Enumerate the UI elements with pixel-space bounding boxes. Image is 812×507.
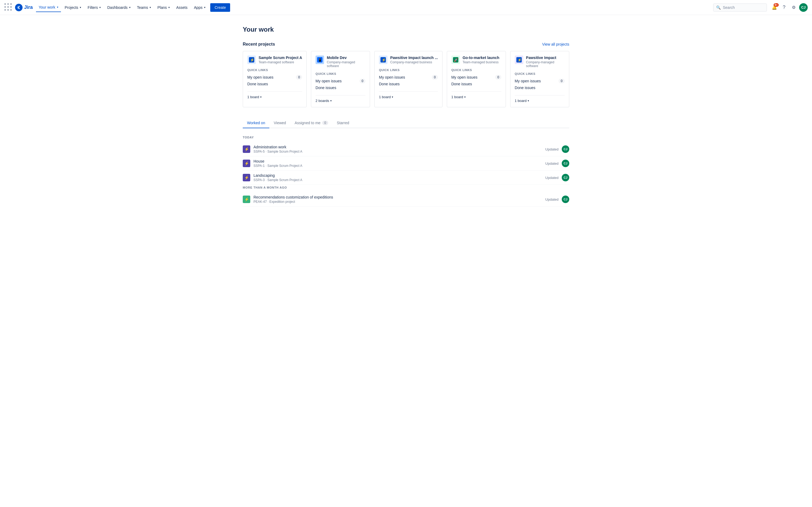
nav-projects[interactable]: Projects ▾ — [62, 3, 84, 12]
work-item-title[interactable]: House — [253, 159, 542, 163]
done-issues-link[interactable]: Done issues — [515, 84, 565, 91]
work-section: TODAY ⚡ Administration work SSPA-5 · Sam… — [243, 135, 569, 185]
work-item-avatar: CJ — [562, 195, 569, 203]
svg-text:📱: 📱 — [318, 58, 322, 62]
project-name: Sample Scrum Project A — [259, 56, 302, 60]
tab-assigned-to-me[interactable]: Assigned to me 0 — [290, 118, 333, 128]
nav-apps[interactable]: Apps ▾ — [191, 3, 208, 12]
view-all-projects-link[interactable]: View all projects — [542, 42, 569, 46]
tab-starred[interactable]: Starred — [333, 118, 353, 128]
work-item-content: House SSPA-1 · Sample Scrum Project A — [253, 159, 542, 168]
tab-worked-on[interactable]: Worked on — [243, 118, 269, 128]
settings-button[interactable]: ⚙ — [790, 3, 798, 12]
chevron-down-icon: ▾ — [260, 96, 261, 99]
page-title: Your work — [243, 26, 569, 33]
work-item-status: Updated — [545, 162, 559, 166]
work-item-title[interactable]: Landscaping — [253, 173, 542, 178]
project-card[interactable]: ⚡ Pawsitive Impact Company-managed softw… — [510, 51, 569, 107]
work-item-meta: SSPA-1 · Sample Scrum Project A — [253, 164, 542, 168]
project-card[interactable]: ⚡ Pawsitive Impact launch ... Company-ma… — [374, 51, 442, 107]
work-item[interactable]: ⚡ Recommendations customization of exped… — [243, 192, 569, 207]
quick-links-label: QUICK LINKS — [515, 72, 565, 75]
done-issues-link[interactable]: Done issues — [451, 81, 501, 87]
work-item[interactable]: ⚡ House SSPA-1 · Sample Scrum Project A … — [243, 156, 569, 171]
done-issues-link[interactable]: Done issues — [315, 84, 365, 91]
project-name: Pawsitive Impact launch ... — [390, 56, 438, 60]
my-open-issues-link[interactable]: My open issues 0 — [515, 77, 565, 84]
chevron-down-icon: ▾ — [528, 99, 529, 102]
teams-chevron-icon: ▾ — [150, 6, 151, 9]
user-avatar[interactable]: CJ — [799, 3, 808, 12]
nav-teams[interactable]: Teams ▾ — [134, 3, 154, 12]
project-icon: ⚡ — [379, 56, 388, 64]
jira-logo[interactable]: Jira — [15, 4, 33, 11]
project-name: Go-to-market launch — [463, 56, 501, 60]
nav-filters[interactable]: Filters ▾ — [85, 3, 103, 12]
jira-logo-text: Jira — [24, 5, 33, 10]
quick-links-label: QUICK LINKS — [247, 68, 302, 72]
project-type: Company-managed software — [327, 60, 365, 68]
work-item-meta: SSPA-5 · Sample Scrum Project A — [253, 150, 542, 154]
project-type: Company-managed business — [390, 60, 438, 64]
my-open-issues-link[interactable]: My open issues 0 — [247, 74, 302, 81]
project-icon: ⚡ — [515, 56, 523, 64]
project-card[interactable]: 📱 Mobile Dev Company-managed software QU… — [311, 51, 370, 107]
svg-text:⚡: ⚡ — [382, 58, 386, 62]
boards-link[interactable]: 2 boards ▾ — [315, 95, 365, 103]
work-item[interactable]: ⚡ Administration work SSPA-5 · Sample Sc… — [243, 142, 569, 156]
my-open-issues-link[interactable]: My open issues 0 — [451, 74, 501, 81]
work-item-icon: ⚡ — [243, 195, 250, 203]
work-item-content: Recommendations customization of expedit… — [253, 195, 542, 204]
create-button[interactable]: Create — [210, 3, 230, 12]
quick-links-label: QUICK LINKS — [451, 68, 501, 72]
chevron-down-icon: ▾ — [330, 99, 332, 102]
nav-plans[interactable]: Plans ▾ — [155, 3, 172, 12]
project-icon: 📱 — [315, 56, 324, 64]
work-item-status: Updated — [545, 147, 559, 151]
work-section-label: TODAY — [243, 135, 569, 140]
work-item-status: Updated — [545, 198, 559, 202]
boards-link[interactable]: 1 board ▾ — [515, 95, 565, 103]
recent-projects-section: Recent projects View all projects ⚡ Samp… — [243, 42, 569, 107]
boards-link[interactable]: 1 board ▾ — [451, 92, 501, 99]
tab-viewed[interactable]: Viewed — [269, 118, 290, 128]
work-item-content: Administration work SSPA-5 · Sample Scru… — [253, 145, 542, 154]
project-type: Company-managed software — [526, 60, 565, 68]
quick-links-label: QUICK LINKS — [315, 72, 365, 75]
nav-dashboards[interactable]: Dashboards ▾ — [104, 3, 133, 12]
nav-your-work[interactable]: Your work ▾ — [36, 3, 61, 12]
work-item-avatar: CJ — [562, 146, 569, 153]
work-section-label: MORE THAN A MONTH AGO — [243, 185, 569, 190]
boards-link[interactable]: 1 board ▾ — [379, 92, 438, 99]
filters-chevron-icon: ▾ — [99, 6, 101, 9]
work-item[interactable]: ⚡ Landscaping SSPA-3 · Sample Scrum Proj… — [243, 171, 569, 185]
project-card[interactable]: 🚀 Go-to-market launch Team-managed busin… — [447, 51, 506, 107]
my-open-issues-link[interactable]: My open issues 0 — [315, 77, 365, 84]
done-issues-link[interactable]: Done issues — [247, 81, 302, 87]
notification-badge: 9+ — [774, 3, 779, 7]
svg-text:🚀: 🚀 — [454, 58, 458, 62]
work-item-right: Updated CJ — [545, 195, 569, 203]
nav-assets[interactable]: Assets — [173, 3, 190, 12]
project-icon: 🚀 — [451, 56, 460, 64]
apps-chevron-icon: ▾ — [204, 6, 205, 9]
notifications-button[interactable]: 🔔 9+ — [770, 3, 779, 12]
help-icon: ? — [783, 5, 785, 10]
work-item-title[interactable]: Recommendations customization of expedit… — [253, 195, 542, 199]
work-item-right: Updated CJ — [545, 174, 569, 181]
my-open-issues-link[interactable]: My open issues 0 — [379, 74, 438, 81]
svg-text:⚡: ⚡ — [250, 58, 254, 62]
work-list: TODAY ⚡ Administration work SSPA-5 · Sam… — [243, 135, 569, 207]
done-issues-link[interactable]: Done issues — [379, 81, 438, 87]
boards-link[interactable]: 1 board ▾ — [247, 92, 302, 99]
app-switcher-button[interactable] — [4, 3, 13, 12]
quick-links-label: QUICK LINKS — [379, 68, 438, 72]
project-card[interactable]: ⚡ Sample Scrum Project A Team-managed so… — [243, 51, 307, 107]
work-item-icon: ⚡ — [243, 174, 250, 181]
work-item-icon: ⚡ — [243, 160, 250, 167]
chevron-down-icon: ▾ — [464, 96, 466, 99]
work-item-title[interactable]: Administration work — [253, 145, 542, 149]
search-bar[interactable]: 🔍 Search — [713, 3, 767, 11]
work-tabs: Worked onViewedAssigned to me 0Starred — [243, 118, 569, 128]
help-button[interactable]: ? — [780, 3, 789, 12]
